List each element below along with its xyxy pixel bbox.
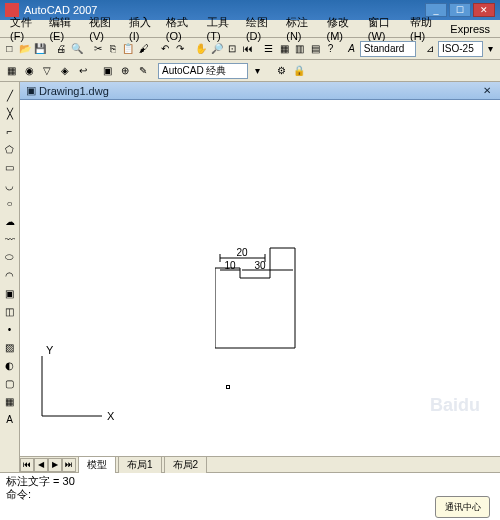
tab-model[interactable]: 模型 (78, 456, 116, 473)
line-icon[interactable]: ╱ (2, 87, 18, 103)
circle-icon[interactable]: ○ (2, 195, 18, 211)
tab-next-icon[interactable]: ▶ (48, 458, 62, 472)
point-icon[interactable]: • (2, 321, 18, 337)
save-icon[interactable]: 💾 (33, 40, 47, 58)
menu-express[interactable]: Express (444, 22, 496, 36)
insert-block-icon[interactable]: ▣ (2, 285, 18, 301)
preview-icon[interactable]: 🔍 (69, 40, 83, 58)
toolbar-layers: ▦ ◉ ▽ ◈ ↩ ▣ ⊕ ✎ AutoCAD 经典 ▾ ⚙ 🔒 (0, 60, 500, 82)
document-tab[interactable]: ▣ Drawing1.dwg ✕ (20, 82, 500, 100)
revcloud-icon[interactable]: ☁ (2, 213, 18, 229)
block-edit-icon[interactable]: ✎ (134, 62, 152, 80)
cut-icon[interactable]: ✂ (90, 40, 104, 58)
tab-layout2[interactable]: 布局2 (164, 456, 208, 473)
layer-state-icon[interactable]: ◉ (20, 62, 38, 80)
redo-icon[interactable]: ↷ (173, 40, 187, 58)
region-icon[interactable]: ▢ (2, 375, 18, 391)
comm-center-popup[interactable]: 通讯中心 (435, 496, 490, 518)
table-icon[interactable]: ▦ (2, 393, 18, 409)
layer-prev-icon[interactable]: ↩ (74, 62, 92, 80)
help-icon[interactable]: ? (323, 40, 337, 58)
toolbar-standard: □ 📂 💾 🖨 🔍 ✂ ⎘ 📋 🖌 ↶ ↷ ✋ 🔎 ⊡ ⏮ ☰ ▦ ▥ ▤ ? … (0, 38, 500, 60)
dimstyle-dropdown[interactable]: ISO-25 (438, 41, 483, 57)
open-icon[interactable]: 📂 (17, 40, 31, 58)
workspace-dropdown[interactable]: AutoCAD 经典 (158, 63, 248, 79)
ws-lock-icon[interactable]: 🔒 (290, 62, 308, 80)
copy-icon[interactable]: ⎘ (106, 40, 120, 58)
comm-center-label: 通讯中心 (445, 501, 481, 514)
layer-iso-icon[interactable]: ◈ (56, 62, 74, 80)
model-tabs: ⏮ ◀ ▶ ⏭ 模型 布局1 布局2 (20, 456, 500, 472)
zoom-win-icon[interactable]: ⊡ (225, 40, 239, 58)
make-block-icon[interactable]: ◫ (2, 303, 18, 319)
dim-10: 10 (224, 260, 236, 271)
tab-layout1[interactable]: 布局1 (118, 456, 162, 473)
doc-icon: ▣ (26, 84, 39, 97)
ucs-icon: X Y (32, 336, 122, 426)
dim-20: 20 (236, 247, 248, 258)
insert-icon[interactable]: ⊕ (116, 62, 134, 80)
watermark: Baidu (430, 395, 480, 416)
paste-icon[interactable]: 📋 (121, 40, 135, 58)
doc-title: Drawing1.dwg (39, 85, 109, 97)
xline-icon[interactable]: ╳ (2, 105, 18, 121)
pan-icon[interactable]: ✋ (194, 40, 208, 58)
spline-icon[interactable]: 〰 (2, 231, 18, 247)
undo-icon[interactable]: ↶ (158, 40, 172, 58)
zoom-rt-icon[interactable]: 🔎 (210, 40, 224, 58)
props-icon[interactable]: ☰ (262, 40, 276, 58)
sheet-icon[interactable]: ▤ (308, 40, 322, 58)
menubar: 文件(F) 编辑(E) 视图(V) 插入(I) 格式(O) 工具(T) 绘图(D… (0, 20, 500, 38)
ws-dropdown-icon[interactable]: ▾ (248, 62, 266, 80)
tab-first-icon[interactable]: ⏮ (20, 458, 34, 472)
axis-x: X (107, 410, 115, 422)
style-dropdown[interactable]: Standard (360, 41, 416, 57)
ws-settings-icon[interactable]: ⚙ (272, 62, 290, 80)
content-area: ╱ ╳ ⌐ ⬠ ▭ ◡ ○ ☁ 〰 ⬭ ◠ ▣ ◫ • ▨ ◐ ▢ ▦ A ▣ … (0, 82, 500, 472)
textstyle-icon[interactable]: A (344, 40, 358, 58)
drawing-shape: 20 10 30 (215, 238, 315, 358)
toolpal-icon[interactable]: ▥ (292, 40, 306, 58)
ellipse-arc-icon[interactable]: ◠ (2, 267, 18, 283)
doc-close-icon[interactable]: ✕ (480, 85, 494, 96)
axis-y: Y (46, 344, 54, 356)
zoom-prev-icon[interactable]: ⏮ (241, 40, 255, 58)
close-button[interactable]: ✕ (473, 3, 495, 17)
ellipse-icon[interactable]: ⬭ (2, 249, 18, 265)
new-icon[interactable]: □ (2, 40, 16, 58)
maximize-button[interactable]: ☐ (449, 3, 471, 17)
print-icon[interactable]: 🖨 (54, 40, 68, 58)
hatch-icon[interactable]: ▨ (2, 339, 18, 355)
gradient-icon[interactable]: ◐ (2, 357, 18, 373)
menu-window[interactable]: 窗口(W) (362, 14, 404, 43)
layer-filter-icon[interactable]: ▽ (38, 62, 56, 80)
draw-toolbar: ╱ ╳ ⌐ ⬠ ▭ ◡ ○ ☁ 〰 ⬭ ◠ ▣ ◫ • ▨ ◐ ▢ ▦ A (0, 82, 20, 472)
rect-icon[interactable]: ▭ (2, 159, 18, 175)
mtext-icon[interactable]: A (2, 411, 18, 427)
canvas-wrap: ▣ Drawing1.dwg ✕ 20 10 30 (20, 82, 500, 472)
cmd-prompt: 命令: (6, 488, 494, 501)
tab-last-icon[interactable]: ⏭ (62, 458, 76, 472)
layer-props-icon[interactable]: ▦ (2, 62, 20, 80)
block-icon[interactable]: ▣ (98, 62, 116, 80)
pline-icon[interactable]: ⌐ (2, 123, 18, 139)
drawing-canvas[interactable]: 20 10 30 X Y Baidu (20, 100, 500, 456)
polygon-icon[interactable]: ⬠ (2, 141, 18, 157)
command-line[interactable]: 标注文字 = 30 命令: (0, 472, 500, 500)
arc-icon[interactable]: ◡ (2, 177, 18, 193)
match-icon[interactable]: 🖌 (137, 40, 151, 58)
dimstyle-icon[interactable]: ⊿ (423, 40, 437, 58)
dcenter-icon[interactable]: ▦ (277, 40, 291, 58)
point-marker (226, 385, 230, 389)
tab-prev-icon[interactable]: ◀ (34, 458, 48, 472)
dim-dropdown-icon[interactable]: ▾ (484, 40, 498, 58)
cmd-history: 标注文字 = 30 (6, 475, 494, 488)
dim-30: 30 (254, 260, 266, 271)
